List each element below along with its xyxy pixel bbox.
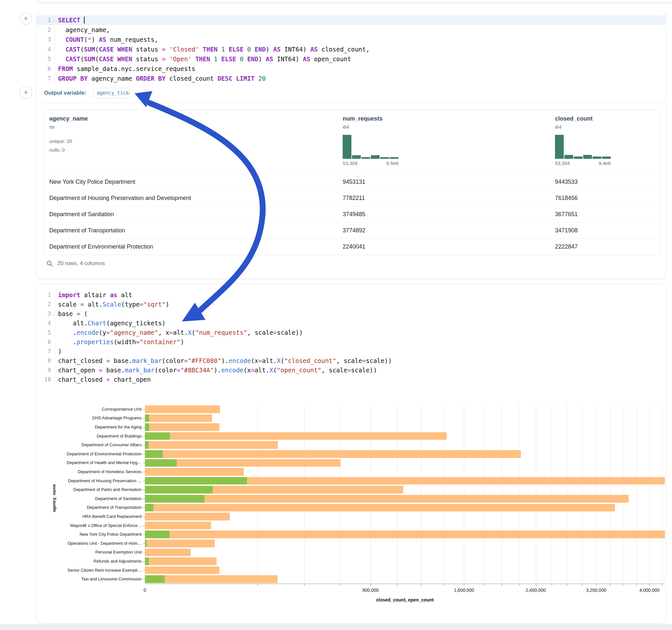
column-type: str: [49, 124, 88, 130]
code-line[interactable]: 1import altair as alt: [37, 290, 666, 300]
code-text: .encode(y="agency_name", x=alt.X("num_re…: [56, 328, 303, 337]
table-cell: 3471908: [555, 223, 578, 239]
line-number: 10: [37, 375, 51, 384]
x-axis-tick-label: 1,600,000: [454, 587, 474, 593]
histogram-bar: [583, 155, 592, 159]
line-number: 5: [37, 54, 51, 64]
result-table: agency_namestrunique: 20nulls: 0num_requ…: [44, 110, 660, 255]
code-line[interactable]: 9chart_open = base.mark_bar(color="#8BC3…: [37, 366, 666, 375]
output-variable-row: Output variable: agency_tickets: [37, 86, 666, 101]
output-variable-chip[interactable]: agency_tickets: [93, 88, 130, 98]
fold-chevron-icon[interactable]: ⌄: [51, 15, 56, 25]
add-cell-button-middle[interactable]: +: [20, 86, 32, 98]
code-text: FROM sample_data.nyc.service_requests: [56, 64, 195, 74]
histogram-bar: [565, 155, 573, 159]
line-number: 4: [37, 319, 51, 328]
code-line[interactable]: 7): [37, 347, 666, 356]
x-axis-title: closed_count, open_count: [376, 597, 433, 602]
chart-bar-closed_count: [145, 450, 521, 458]
x-axis-tick: [552, 584, 552, 586]
chart-bar-open_count: [145, 459, 177, 467]
x-axis-tick-label: 2,400,000: [526, 587, 546, 593]
table-row[interactable]: New York City Police Department945313194…: [44, 174, 659, 190]
gridline: [258, 405, 258, 584]
chart-bar-closed_count: [145, 406, 220, 413]
code-line[interactable]: 3⌄base = (: [37, 309, 666, 319]
x-axis-tick: [582, 584, 582, 586]
x-axis-tick-label: 4,000,000: [639, 587, 659, 593]
chart-bar-open_count: [145, 423, 149, 431]
column-header-agency_name[interactable]: agency_namestrunique: 20nulls: 0: [49, 115, 88, 154]
x-axis-tick-label: 800,000: [362, 587, 379, 593]
y-axis-label: Department of Parks and Recreation: [73, 487, 142, 492]
line-number: 7: [37, 74, 51, 83]
gridline: [443, 405, 444, 584]
code-line[interactable]: 7GROUP BY agency_name ORDER BY closed_co…: [37, 74, 666, 83]
code-text: CAST(SUM(CASE WHEN status = 'Closed' THE…: [56, 44, 369, 54]
x-axis-line: [145, 584, 665, 584]
line-number: 3: [37, 309, 51, 319]
line-number: 4: [37, 44, 51, 54]
line-number: 6: [37, 64, 51, 74]
code-line[interactable]: 2 agency_name,: [37, 25, 666, 35]
gridline: [536, 405, 536, 584]
table-row[interactable]: Department of Environmental Protection22…: [44, 239, 659, 255]
code-text: scale = alt.Scale(type="sqrt"): [56, 300, 169, 309]
y-axis-label: Taxi and Limousine Commission: [81, 577, 142, 581]
code-text: base = (: [56, 309, 88, 319]
code-line[interactable]: 4 CAST(SUM(CASE WHEN status = 'Closed' T…: [37, 44, 666, 54]
table-row[interactable]: Department of Transportation377489234719…: [44, 222, 659, 239]
code-line[interactable]: 5 .encode(y="agency_name", x=alt.X("num_…: [37, 328, 666, 337]
line-number: 9: [37, 366, 51, 375]
table-cell: Department of Transportation: [49, 223, 125, 239]
table-cell: Department of Environmental Protection: [49, 239, 153, 255]
code-line[interactable]: 6 .properties(width="container"): [37, 337, 666, 347]
y-axis-label: Operations Unit - Department of Hom…: [68, 541, 142, 546]
y-axis-label: New York City Police Department: [80, 532, 142, 537]
code-text: GROUP BY agency_name ORDER BY closed_cou…: [56, 74, 266, 83]
chart-bar-closed_count: [145, 575, 278, 583]
x-axis-tick: [397, 584, 398, 586]
column-header-num_requests[interactable]: num_requestsi6453,3049.5e6: [343, 115, 399, 166]
gridline: [637, 405, 637, 584]
histogram-bar: [390, 157, 399, 159]
cell-divider: [37, 103, 666, 103]
column-histogram: [555, 135, 611, 159]
code-text: chart_closed = base.mark_bar(color="#FFC…: [56, 356, 392, 366]
table-row[interactable]: Department of Housing Preservation and D…: [44, 190, 659, 206]
add-cell-button-top[interactable]: +: [20, 12, 32, 25]
code-line[interactable]: 8chart_closed = base.mark_bar(color="#FF…: [37, 356, 666, 366]
chart-bar-closed_count: [145, 566, 219, 574]
chart-bar-closed_count: [145, 495, 628, 503]
code-line[interactable]: 4 alt.Chart(agency_tickets): [37, 319, 666, 328]
column-header-closed_count[interactable]: closed_counti6453,3049.4e6: [555, 115, 611, 166]
histogram-bar: [602, 156, 611, 159]
chart-bar-open_count: [145, 441, 148, 449]
chart-bar-closed_count: [145, 539, 215, 547]
column-type: i64: [343, 124, 399, 130]
chart-bar-open_count: [145, 477, 247, 485]
code-line[interactable]: 5 CAST(SUM(CASE WHEN status = 'Open' THE…: [37, 54, 666, 64]
code-line[interactable]: 2scale = alt.Scale(type="sqrt"): [37, 300, 666, 309]
y-axis-label: Department of Environmental Protection: [67, 452, 142, 456]
gridline: [397, 405, 398, 584]
table-cell: 2240041: [343, 239, 365, 255]
code-line[interactable]: 1⌄SELECT: [37, 15, 666, 25]
code-line[interactable]: 3 COUNT(*) AS num_requests,: [37, 35, 666, 44]
line-number: 1: [37, 15, 51, 25]
search-icon[interactable]: [46, 260, 53, 267]
table-row[interactable]: Department of Sanitation37494853677651: [44, 206, 659, 222]
sql-code-editor[interactable]: 1⌄SELECT 2 agency_name,3 COUNT(*) AS num…: [37, 15, 666, 83]
fold-chevron-icon[interactable]: ⌄: [51, 309, 56, 319]
chart-bar-open_count: [145, 539, 146, 547]
gridline: [304, 405, 305, 584]
y-axis-label: Department of Sanitation: [95, 496, 142, 501]
gridline: [649, 405, 650, 584]
chart-bar-closed_count: [145, 423, 219, 431]
code-line[interactable]: 10chart_closed + chart_open: [37, 375, 666, 384]
python-code-editor[interactable]: 1import altair as alt2scale = alt.Scale(…: [37, 290, 666, 384]
code-text: agency_name,: [56, 25, 110, 35]
code-line[interactable]: 6FROM sample_data.nyc.service_requests: [37, 64, 666, 74]
x-axis-tick: [637, 584, 637, 586]
column-histogram: [343, 135, 399, 159]
